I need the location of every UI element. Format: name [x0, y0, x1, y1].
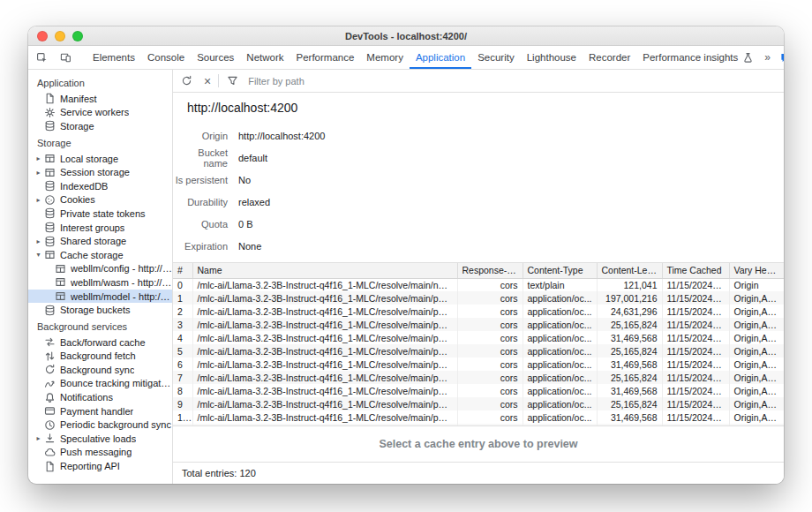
devtools-window: DevTools - localhost:4200/ ElementsConso… [28, 26, 784, 484]
metadata-label: Bucket name [173, 147, 228, 169]
filter-placeholder: Filter by path [248, 76, 304, 87]
table-row[interactable]: 7/mlc-ai/Llama-3.2-3B-Instruct-q4f16_1-M… [173, 371, 784, 384]
tab-label: Network [246, 52, 283, 63]
cache-storage-panel: × Filter by path http://localhost:4200 O… [173, 70, 784, 484]
table-row[interactable]: 6/mlc-ai/Llama-3.2-3B-Instruct-q4f16_1-M… [173, 358, 784, 371]
sidebar-item-indexeddb[interactable]: IndexedDB [28, 179, 172, 193]
table-row[interactable]: 8/mlc-ai/Llama-3.2-3B-Instruct-q4f16_1-M… [173, 384, 784, 397]
sidebar-item-label: Storage buckets [60, 305, 131, 315]
cell-time-cached: 11/15/2024, 10... [662, 397, 729, 410]
tab-sources[interactable]: Sources [191, 46, 240, 69]
tab-performance-insights[interactable]: Performance insights [636, 46, 764, 69]
more-tabs-button[interactable]: » [764, 51, 770, 64]
sidebar-item-background-sync[interactable]: Background sync [28, 363, 172, 377]
table-header-row: #NameResponse-TypeContent-TypeContent-Le… [173, 263, 784, 278]
chevron-right-icon[interactable]: ▸ [34, 196, 43, 204]
chevron-down-icon[interactable]: ▾ [34, 251, 43, 259]
cell-name: /mlc-ai/Llama-3.2-3B-Instruct-q4f16_1-ML… [192, 305, 457, 318]
chevron-right-icon[interactable]: ▸ [34, 434, 43, 442]
metadata-value: http://localhost:4200 [238, 131, 325, 141]
column-header-vary-header[interactable]: Vary Header [729, 263, 784, 278]
cell-index: 2 [173, 305, 192, 318]
metadata-label: Origin [173, 131, 228, 141]
tab-performance[interactable]: Performance [290, 46, 361, 69]
column-header-content-length[interactable]: Content-Length [597, 263, 662, 278]
sidebar-item-manifest[interactable]: Manifest [28, 92, 172, 106]
sidebar-item-webllm-model-http-loc[interactable]: webllm/model - http://loc... [28, 290, 172, 304]
sidebar-item-bounce-tracking-mitigations[interactable]: Bounce tracking mitigations [28, 377, 172, 391]
sidebar-item-reporting-api[interactable]: Reporting API [28, 459, 172, 473]
refresh-icon[interactable] [180, 75, 192, 87]
table-row[interactable]: 3/mlc-ai/Llama-3.2-3B-Instruct-q4f16_1-M… [173, 318, 784, 331]
column-header-time-cached[interactable]: Time Cached [662, 263, 729, 278]
cell-content-length: 25,165,824 [597, 397, 662, 410]
inspect-element-icon[interactable] [35, 52, 48, 64]
sidebar-item-session-storage[interactable]: ▸Session storage [28, 165, 172, 179]
cell-content-length: 197,001,216 [597, 291, 662, 305]
cell-response-type: cors [457, 331, 523, 344]
cell-time-cached: 11/15/2024, 10... [662, 371, 729, 384]
sidebar-item-periodic-background-sync[interactable]: Periodic background sync [28, 418, 172, 432]
sidebar-item-shared-storage[interactable]: ▸Shared storage [28, 234, 172, 248]
sidebar-item-push-messaging[interactable]: Push messaging [28, 446, 172, 460]
column-header-[interactable]: # [173, 263, 192, 278]
sidebar-item-private-state-tokens[interactable]: Private state tokens [28, 207, 172, 221]
sidebar-item-cookies[interactable]: ▸Cookies [28, 193, 172, 207]
sidebar-item-webllm-config-http-loc[interactable]: webllm/config - http://loc... [28, 262, 172, 276]
table-icon [54, 263, 66, 275]
tab-application[interactable]: Application [410, 46, 471, 69]
column-header-response-type[interactable]: Response-Type [457, 263, 523, 278]
window-titlebar[interactable]: DevTools - localhost:4200/ [28, 26, 784, 46]
bell-icon [43, 392, 56, 403]
sidebar-item-interest-groups[interactable]: Interest groups [28, 221, 172, 235]
tab-network[interactable]: Network [240, 46, 289, 69]
cell-content-length: 121,041 [597, 278, 662, 291]
table-row[interactable]: 1/mlc-ai/Llama-3.2-3B-Instruct-q4f16_1-M… [173, 291, 784, 305]
cell-vary-header: Origin,Access... [729, 397, 784, 410]
clock-icon [43, 419, 56, 431]
sidebar-item-storage-buckets[interactable]: Storage buckets [28, 303, 172, 317]
tab-security[interactable]: Security [471, 46, 521, 69]
sidebar-item-local-storage[interactable]: ▸Local storage [28, 152, 172, 166]
table-row[interactable]: 0/mlc-ai/Llama-3.2-3B-Instruct-q4f16_1-M… [173, 278, 784, 291]
device-toolbar-icon[interactable] [59, 52, 71, 64]
sidebar-item-back-forward-cache[interactable]: Back/forward cache [28, 335, 172, 350]
table-row[interactable]: 4/mlc-ai/Llama-3.2-3B-Instruct-q4f16_1-M… [173, 331, 784, 344]
table-row[interactable]: 5/mlc-ai/Llama-3.2-3B-Instruct-q4f16_1-M… [173, 344, 784, 358]
filter-input[interactable]: Filter by path [226, 75, 304, 87]
tab-lighthouse[interactable]: Lighthouse [521, 46, 583, 69]
sidebar-item-speculative-loads[interactable]: ▸Speculative loads [28, 432, 172, 446]
table-row[interactable]: 10/mlc-ai/Llama-3.2-3B-Instruct-q4f16_1-… [173, 410, 784, 424]
sidebar-item-webllm-wasm-http-loca[interactable]: webllm/wasm - http://loca... [28, 275, 172, 290]
cell-index: 1 [173, 291, 192, 305]
chevron-right-icon[interactable]: ▸ [34, 237, 43, 245]
close-window-button[interactable] [37, 31, 48, 41]
tab-recorder[interactable]: Recorder [583, 46, 636, 69]
column-header-name[interactable]: Name [192, 263, 457, 278]
sidebar-item-payment-handler[interactable]: Payment handler [28, 404, 172, 418]
minimize-window-button[interactable] [55, 31, 65, 41]
tab-console[interactable]: Console [141, 46, 191, 69]
tab-elements[interactable]: Elements [86, 46, 141, 69]
cell-index: 6 [173, 358, 192, 371]
issues-button[interactable]: 3 [779, 52, 784, 64]
sidebar-item-cache-storage[interactable]: ▾Cache storage [28, 248, 172, 262]
tab-memory[interactable]: Memory [360, 46, 410, 69]
zoom-window-button[interactable] [72, 31, 83, 41]
sidebar-item-background-fetch[interactable]: Background fetch [28, 350, 172, 364]
cell-time-cached: 11/15/2024, 10... [662, 358, 729, 371]
sidebar-item-notifications[interactable]: Notifications [28, 390, 172, 404]
metadata-row-expiration: ExpirationNone [173, 235, 784, 257]
table-row[interactable]: 9/mlc-ai/Llama-3.2-3B-Instruct-q4f16_1-M… [173, 397, 784, 410]
cell-vary-header: Origin,Access... [729, 291, 784, 305]
cell-vary-header: Origin,Access... [729, 371, 784, 384]
sidebar-item-service-workers[interactable]: Service workers [28, 106, 172, 120]
cell-vary-header: Origin,Access... [729, 318, 784, 331]
chevron-right-icon[interactable]: ▸ [34, 169, 43, 177]
chevron-right-icon[interactable]: ▸ [34, 154, 43, 162]
sidebar-item-storage[interactable]: Storage [28, 119, 172, 133]
delete-selected-icon[interactable]: × [204, 75, 211, 87]
column-header-content-type[interactable]: Content-Type [523, 263, 597, 278]
metadata-row-quota: Quota0 B [173, 213, 784, 235]
table-row[interactable]: 2/mlc-ai/Llama-3.2-3B-Instruct-q4f16_1-M… [173, 305, 784, 318]
